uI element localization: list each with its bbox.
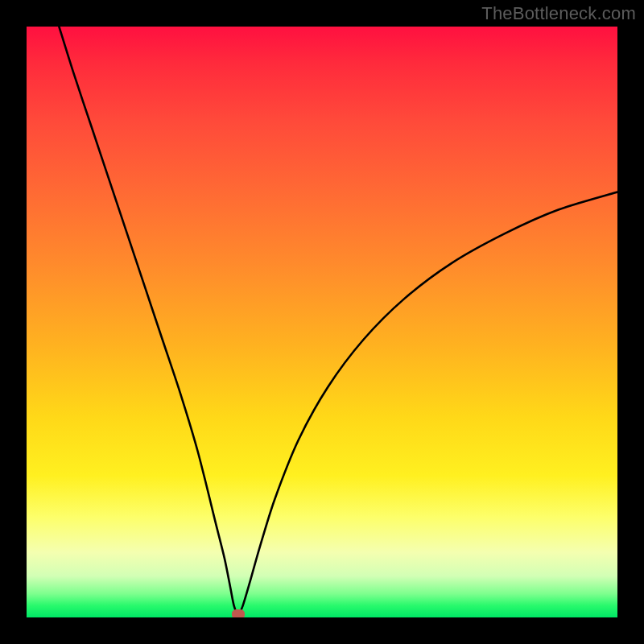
curve-svg	[27, 27, 617, 617]
bottleneck-curve-path	[59, 27, 617, 614]
plot-area	[27, 27, 617, 617]
optimum-marker	[232, 609, 245, 617]
watermark-text: TheBottleneck.com	[481, 3, 636, 24]
chart-container: TheBottleneck.com	[0, 0, 644, 644]
